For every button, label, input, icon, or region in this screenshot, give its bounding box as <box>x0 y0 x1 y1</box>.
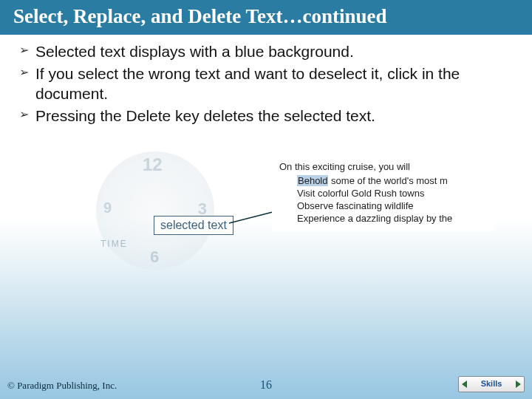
doc-item-pre: Observe fascinating wildlife <box>297 200 414 211</box>
doc-list-item: Visit colorful Gold Rush towns <box>297 188 494 199</box>
clock-num-9: 9 <box>103 200 112 216</box>
doc-list-item: Behold some of the world's most m <box>297 175 494 186</box>
bullet-item: Selected text displays with a blue backg… <box>19 42 513 61</box>
skills-button[interactable]: Skills <box>458 376 525 392</box>
doc-item-pre: Visit colorful Gold Rush towns <box>297 188 424 199</box>
doc-item-post: some of the world's most m <box>328 175 447 186</box>
bullet-item: If you select the wrong text and want to… <box>19 64 513 103</box>
doc-intro-text: On this exciting cruise, you will <box>272 161 494 175</box>
page-number: 16 <box>260 378 272 392</box>
clock-num-12: 12 <box>143 154 163 175</box>
skills-button-label: Skills <box>459 379 524 388</box>
triangle-right-icon <box>516 381 521 388</box>
document-preview: On this exciting cruise, you will Behold… <box>272 157 494 231</box>
doc-list-item: Observe fascinating wildlife <box>297 200 494 211</box>
doc-item-pre: Experience a dazzling display by the <box>297 213 452 224</box>
footer: © Paradigm Publishing, Inc. 16 Skills <box>0 372 532 395</box>
selected-text-highlight: Behold <box>297 175 328 186</box>
clock-num-6: 6 <box>150 248 159 267</box>
copyright-text: © Paradigm Publishing, Inc. <box>7 380 117 392</box>
slide-title: Select, Replace, and Delete Text…continu… <box>0 0 532 35</box>
doc-list-item: Experience a dazzling display by the <box>297 213 494 224</box>
illustration: 12 3 6 9 TIME selected text On this exci… <box>74 155 488 288</box>
bullet-list: Selected text displays with a blue backg… <box>0 42 532 126</box>
clock-time-label: TIME <box>100 239 128 249</box>
clock-icon: 12 3 6 9 TIME <box>96 151 214 270</box>
callout-selected-text: selected text <box>154 216 233 235</box>
bullet-item: Pressing the Delete key deletes the sele… <box>19 106 513 126</box>
